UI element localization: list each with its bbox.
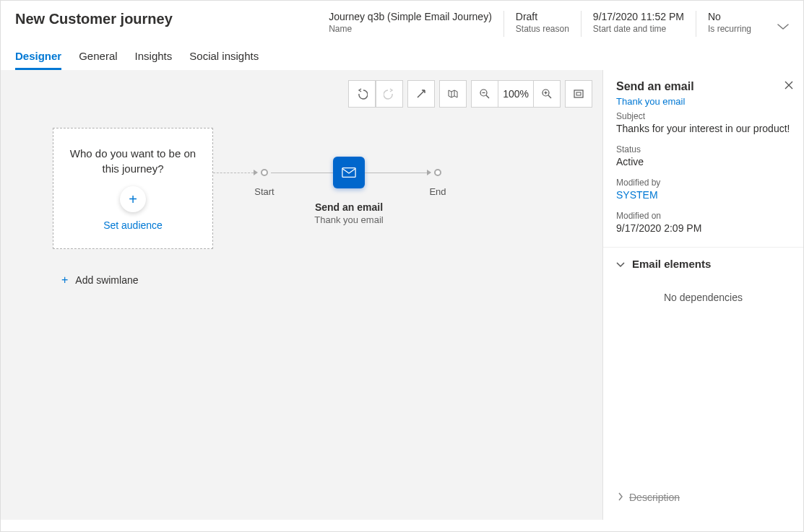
svg-rect-7 (574, 90, 583, 97)
modified-by-value[interactable]: SYSTEM (616, 189, 790, 201)
panel-title: Send an email (616, 80, 790, 93)
modified-by-label: Modified by (616, 178, 790, 188)
end-node[interactable]: End (434, 169, 441, 176)
flow-connector (365, 173, 427, 173)
summary-name: Journey q3b (Simple Email Journey) Name (317, 11, 503, 37)
undo-button[interactable] (348, 80, 376, 108)
zoom-out-button[interactable] (471, 80, 498, 108)
canvas-toolbar: 100% (348, 80, 592, 108)
section-description[interactable]: Description (618, 492, 680, 503)
modified-on-label: Modified on (616, 211, 790, 221)
email-tile[interactable] (333, 157, 365, 188)
panel-subtitle-link[interactable]: Thank you email (616, 96, 790, 107)
email-node[interactable]: Send an email Thank you email (333, 157, 365, 188)
no-dependencies-text: No dependencies (616, 292, 790, 303)
zoom-level: 100% (498, 80, 533, 108)
zoom-in-button[interactable] (533, 80, 561, 108)
main-area: 100% Who do you want to be on this journ… (1, 70, 803, 520)
summary-start-value: 9/17/2020 11:52 PM (593, 11, 684, 22)
end-dot-icon (434, 169, 441, 176)
status-label: Status (616, 144, 790, 154)
start-label: Start (254, 186, 274, 197)
summary-status: Draft Status reason (503, 11, 581, 37)
close-panel-button[interactable] (784, 80, 793, 92)
modified-on-value: 9/17/2020 2:09 PM (616, 222, 790, 234)
properties-panel: Send an email Thank you email Subject Th… (602, 70, 803, 520)
arrow-icon (427, 170, 431, 175)
designer-canvas[interactable]: 100% Who do you want to be on this journ… (1, 70, 602, 520)
flow-connector (271, 173, 333, 173)
divider (603, 247, 803, 248)
expand-button[interactable] (407, 80, 435, 108)
summary-name-label: Name (329, 24, 492, 34)
summary-recurring-label: Is recurring (708, 24, 751, 34)
tab-social-insights[interactable]: Social insights (189, 50, 259, 70)
section-email-elements-label: Email elements (632, 258, 711, 270)
svg-line-1 (486, 95, 489, 98)
arrow-icon (254, 170, 258, 175)
header-expand-button[interactable] (777, 21, 789, 32)
flow-connector (213, 173, 254, 173)
end-label: End (429, 186, 446, 197)
set-audience-link[interactable]: Set audience (103, 219, 163, 231)
tab-designer[interactable]: Designer (15, 50, 61, 70)
svg-rect-8 (576, 92, 581, 95)
page-title: New Customer journey (15, 11, 317, 27)
fit-screen-button[interactable] (565, 80, 592, 108)
svg-rect-9 (342, 168, 355, 178)
chevron-right-icon (618, 492, 623, 503)
summary-start: 9/17/2020 11:52 PM Start date and time (581, 11, 696, 37)
subject-label: Subject (616, 111, 790, 121)
add-audience-button[interactable]: + (120, 186, 146, 212)
add-swimlane-button[interactable]: + Add swimlane (61, 274, 139, 287)
summary-recurring: No Is recurring (696, 11, 763, 37)
start-dot-icon (261, 169, 268, 176)
plus-icon: + (129, 191, 137, 208)
tab-bar: Designer General Insights Social insight… (1, 41, 803, 70)
add-swimlane-label: Add swimlane (75, 274, 138, 286)
summary-recurring-value: No (708, 11, 751, 22)
audience-card[interactable]: Who do you want to be on this journey? +… (53, 128, 213, 249)
chevron-down-icon (616, 258, 625, 270)
summary-name-value: Journey q3b (Simple Email Journey) (329, 11, 492, 22)
subject-value: Thanks for your interest in our product! (616, 123, 790, 134)
email-node-subtitle: Thank you email (298, 214, 399, 225)
summary-status-label: Status reason (516, 24, 569, 34)
record-header: New Customer journey Journey q3b (Simple… (1, 1, 803, 41)
section-email-elements[interactable]: Email elements (616, 258, 790, 270)
plus-icon: + (61, 274, 68, 287)
summary-fields: Journey q3b (Simple Email Journey) Name … (317, 11, 763, 37)
tab-general[interactable]: General (79, 50, 117, 70)
mail-icon (342, 167, 356, 178)
redo-button[interactable] (376, 80, 403, 108)
tab-insights[interactable]: Insights (135, 50, 173, 70)
svg-line-4 (548, 95, 551, 98)
summary-status-value: Draft (516, 11, 569, 22)
email-node-title: Send an email (298, 201, 399, 213)
minimap-button[interactable] (439, 80, 467, 108)
start-node[interactable]: Start (261, 169, 268, 176)
journey-flow: Start Send an email Thank you email End (213, 157, 444, 188)
summary-start-label: Start date and time (593, 24, 684, 34)
status-value: Active (616, 156, 790, 167)
description-label: Description (629, 492, 680, 503)
audience-question: Who do you want to be on this journey? (66, 146, 199, 176)
